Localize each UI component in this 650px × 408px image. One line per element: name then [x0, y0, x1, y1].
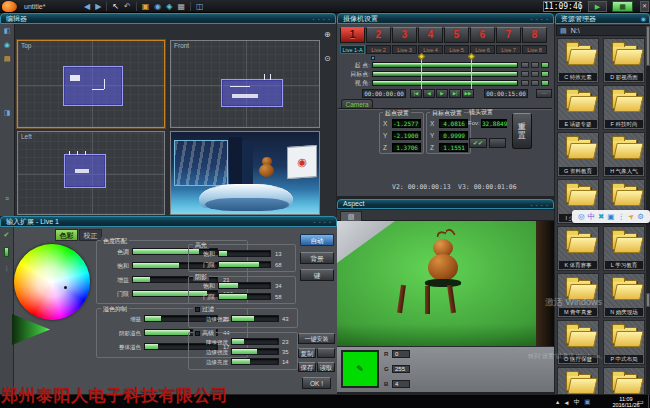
- notification-icon[interactable]: ▭: [637, 398, 644, 406]
- play-button[interactable]: ▶: [588, 1, 607, 12]
- camera-button-2[interactable]: 2: [366, 27, 391, 43]
- one-key-preset-button[interactable]: 一键安装: [298, 333, 335, 344]
- resources-panel-header[interactable]: 资源管理器 ◉: [555, 13, 650, 24]
- viewport-top[interactable]: Top: [17, 40, 165, 128]
- highlight-threshold-slider[interactable]: [218, 261, 271, 268]
- highlight-saturation-slider[interactable]: [218, 250, 271, 257]
- live-tab-1[interactable]: Live 1-A: [340, 45, 365, 54]
- folder-tile[interactable]: D 影视画面: [603, 38, 645, 83]
- camera-button-3[interactable]: 3: [392, 27, 417, 43]
- more-options-icon[interactable]: ⁝: [5, 265, 7, 273]
- clear-keyframe-button[interactable]: [489, 138, 506, 148]
- lock-icon[interactable]: ▣: [142, 2, 150, 11]
- input-panel-header[interactable]: 输入扩展 - Live 1: [0, 216, 337, 227]
- stats-icon[interactable]: ≡: [5, 195, 9, 202]
- folder-tile[interactable]: E 话题专题: [557, 85, 599, 130]
- move-tool-icon[interactable]: ◈: [166, 2, 172, 11]
- grid-icon[interactable]: ▦: [177, 2, 185, 11]
- folder-tile[interactable]: Q 访谈聚焦: [557, 367, 599, 394]
- more-icon[interactable]: ⋮: [617, 212, 625, 221]
- editor-panel-header[interactable]: 编辑器: [0, 13, 336, 24]
- circle-icon[interactable]: ◎: [578, 212, 585, 221]
- skip-end-button[interactable]: ▶▶: [462, 89, 474, 98]
- track-option-button[interactable]: [521, 71, 529, 77]
- save-button[interactable]: 保存: [298, 362, 316, 372]
- fov-field[interactable]: 32.8849: [481, 119, 507, 128]
- skip-start-button[interactable]: |◀: [410, 89, 422, 98]
- edge-brightness-slider[interactable]: [231, 358, 279, 365]
- track-option-button[interactable]: [531, 62, 539, 68]
- live-tab-7[interactable]: Live 7: [496, 45, 521, 54]
- live-tab-8[interactable]: Live 8: [522, 45, 547, 54]
- live-tab-2[interactable]: Live 2: [366, 45, 391, 54]
- ok-button[interactable]: OK !: [302, 377, 331, 389]
- track-option-button[interactable]: [521, 62, 529, 68]
- render-icon[interactable]: ◉: [4, 41, 10, 49]
- live-tab-3[interactable]: Live 3: [392, 45, 417, 54]
- camera-button-5[interactable]: 5: [444, 27, 469, 43]
- target-z-field[interactable]: 1.1551: [439, 143, 468, 152]
- timeline-track-start[interactable]: [372, 62, 518, 68]
- select-window-icon[interactable]: ◧: [4, 27, 11, 35]
- layout-icon[interactable]: ◫: [196, 2, 204, 11]
- tab-color[interactable]: 色彩: [55, 229, 78, 241]
- shadow-threshold-slider[interactable]: [218, 293, 271, 300]
- target-y-field[interactable]: 0.9999: [439, 131, 468, 140]
- panel-grip[interactable]: [531, 14, 549, 24]
- key-button[interactable]: 键: [300, 269, 334, 281]
- start-x-field[interactable]: -1.2577: [392, 119, 421, 128]
- scissors-icon[interactable]: ✖: [598, 212, 604, 221]
- zoom-tool-icon[interactable]: ⊕: [324, 30, 331, 39]
- folder-tile[interactable]: F 科技时尚: [603, 85, 645, 130]
- camera-button-4[interactable]: 4: [418, 27, 443, 43]
- timeline-options-button[interactable]: ⋯: [536, 89, 552, 98]
- camera-preview[interactable]: [337, 221, 554, 346]
- step-back-button[interactable]: ◀: [423, 89, 435, 98]
- copy-button[interactable]: 复制: [298, 348, 316, 358]
- pin-icon[interactable]: ➤: [626, 211, 637, 222]
- background-button[interactable]: 背景: [300, 252, 334, 264]
- start-y-field[interactable]: -2.1900: [392, 131, 421, 140]
- wireframe-object[interactable]: [63, 66, 123, 106]
- auto-button[interactable]: 自动: [300, 234, 334, 246]
- ime-mode-icon[interactable]: ▣: [584, 398, 590, 406]
- material-icon[interactable]: ▤: [4, 55, 11, 63]
- timeline-track-angle[interactable]: [372, 80, 518, 86]
- apply-keyframe-button[interactable]: ✔✔: [469, 138, 487, 148]
- track-option-button[interactable]: [531, 71, 539, 77]
- track-enable-button[interactable]: [541, 62, 549, 68]
- globe-icon[interactable]: ◉: [154, 2, 161, 11]
- adv-edge-strength-slider[interactable]: [231, 348, 279, 355]
- g-value-field[interactable]: 255: [392, 365, 410, 373]
- viewport-front[interactable]: Front: [170, 40, 320, 128]
- advanced-checkbox[interactable]: [195, 331, 200, 336]
- panel-grip[interactable]: [531, 200, 549, 210]
- translate-icon[interactable]: 中: [588, 212, 596, 222]
- collapse-icon[interactable]: ◉: [641, 15, 646, 24]
- folder-tile[interactable]: R 综艺娱乐: [603, 367, 645, 394]
- timeline-start-marker[interactable]: [371, 56, 375, 60]
- denoise-slider[interactable]: [231, 338, 279, 345]
- play-animation-button[interactable]: ▶: [436, 89, 448, 98]
- gear-icon[interactable]: ⚙: [637, 212, 644, 221]
- layer-icon[interactable]: ◨: [4, 109, 11, 117]
- track-enable-button[interactable]: [541, 80, 549, 86]
- viewport-left[interactable]: Left: [17, 131, 165, 215]
- folder-tile[interactable]: C 特效元素: [557, 38, 599, 83]
- filter-checkbox[interactable]: [195, 307, 200, 312]
- track-enable-button[interactable]: [541, 71, 549, 77]
- live-tab-5[interactable]: Live 5: [444, 45, 469, 54]
- r-value-field[interactable]: 0: [392, 350, 410, 358]
- folder-tile[interactable]: G 资料教育: [557, 132, 599, 177]
- step-forward-button[interactable]: ▶|: [449, 89, 461, 98]
- reset-button[interactable]: 重置: [512, 113, 532, 149]
- key-color-swatch[interactable]: ✎: [341, 350, 379, 388]
- wireframe-object[interactable]: [64, 154, 106, 188]
- folder-tile[interactable]: K 体育赛事: [557, 226, 599, 271]
- folder-tile[interactable]: L 学习教育: [603, 226, 645, 271]
- camera-panel-header[interactable]: 摄像机设置: [337, 13, 554, 24]
- load-button[interactable]: 读取: [317, 362, 335, 372]
- nav-back-icon[interactable]: ◀: [84, 2, 90, 11]
- image-icon[interactable]: ▣: [607, 212, 614, 221]
- wireframe-object[interactable]: [221, 79, 283, 107]
